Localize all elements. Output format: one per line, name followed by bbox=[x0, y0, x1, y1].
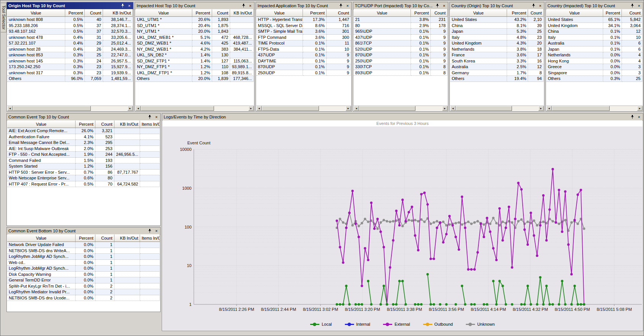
table-row[interactable]: NETBIOS SMB-DS dns Ucode...0.0%2 bbox=[7, 295, 160, 301]
column-header[interactable]: Percent bbox=[603, 9, 622, 17]
column-header[interactable]: KB In/Out bbox=[114, 120, 140, 128]
table-row[interactable]: Hong Kong0.0%4 bbox=[546, 58, 642, 64]
close-icon[interactable]: × bbox=[637, 3, 641, 8]
table-row[interactable]: China8.1%39 bbox=[450, 23, 544, 29]
table-row[interactable]: 437\UDP0.1%9 bbox=[354, 35, 448, 41]
panel-titlebar[interactable]: Country (Origin) Top 10 by Count× bbox=[450, 2, 544, 10]
table-row[interactable]: 965\UDP0.1%9 bbox=[354, 29, 448, 35]
table-row[interactable]: Command Failed1.5%193 bbox=[7, 158, 160, 164]
scrollbar-track[interactable] bbox=[359, 106, 442, 111]
scrollbar-track[interactable] bbox=[13, 106, 127, 111]
column-header[interactable]: Value bbox=[7, 9, 65, 17]
table-row[interactable]: France3.6%17 bbox=[450, 52, 544, 58]
table-row[interactable]: FTP Command3.6%300 bbox=[256, 35, 351, 41]
table-row[interactable]: MSSQL - SQL Server Data...8.6%716 bbox=[256, 23, 351, 29]
panel-titlebar[interactable]: Common Event Top 10 by Count× bbox=[7, 114, 160, 121]
table-row[interactable]: China0.1%12 bbox=[546, 29, 642, 35]
table-row[interactable]: Japan5.3%25 bbox=[450, 29, 544, 35]
table-row[interactable]: Australia2.5%12 bbox=[450, 64, 544, 70]
column-header[interactable]: Value bbox=[354, 9, 411, 17]
table-row[interactable]: Netherlands0.0%4 bbox=[546, 52, 642, 58]
panel-titlebar[interactable]: TCP\UDP Port (Impacted) Top 10 by Co...× bbox=[353, 2, 448, 10]
horizontal-scrollbar[interactable]: ◄► bbox=[7, 106, 133, 111]
column-header[interactable]: Count bbox=[327, 9, 351, 17]
column-header[interactable]: Percent bbox=[65, 9, 85, 17]
column-header[interactable]: Value bbox=[256, 9, 303, 17]
table-row[interactable]: Others19.4%94 bbox=[450, 76, 544, 82]
column-header[interactable]: Count bbox=[622, 9, 642, 17]
table-row[interactable]: Others0.3%25 bbox=[546, 76, 642, 82]
table-row[interactable]: LogRhythm JobMgr AD Synch...0.0%1 bbox=[7, 254, 160, 260]
column-header[interactable]: Value bbox=[7, 234, 76, 242]
table-row[interactable]: South Korea3.3%16 bbox=[450, 58, 544, 64]
table-row[interactable]: SMTP - Simple Mail Transf...3.6%301 bbox=[256, 29, 351, 35]
pin-icon[interactable] bbox=[531, 3, 536, 8]
table-row[interactable]: System Started1.2%156 bbox=[7, 163, 160, 170]
legend-item-external[interactable]: External bbox=[383, 322, 410, 326]
pin-icon[interactable] bbox=[147, 115, 152, 119]
column-header[interactable]: Count bbox=[431, 9, 448, 17]
column-header[interactable]: Value bbox=[7, 120, 76, 128]
table-row[interactable]: 57.32.221.1070.4%2925,012.4... bbox=[7, 40, 133, 46]
table-row[interactable]: United Kingdom34.1%3,064 bbox=[546, 23, 642, 29]
scroll-left-arrow[interactable]: ◄ bbox=[546, 106, 552, 111]
pin-icon[interactable] bbox=[147, 229, 152, 233]
scroll-right-arrow[interactable]: ► bbox=[637, 106, 642, 111]
close-icon[interactable]: × bbox=[154, 229, 159, 233]
column-header[interactable]: Percent bbox=[76, 120, 95, 128]
scrollbar-track[interactable] bbox=[141, 106, 248, 111]
table-row[interactable]: UKL_SN_DB2 *1.4%130 bbox=[135, 52, 254, 58]
table-row[interactable]: Italy4.8%23 bbox=[450, 35, 544, 41]
scrollbar-thumb[interactable] bbox=[13, 106, 91, 111]
table-row[interactable]: DAYTIME0.1%9 bbox=[256, 58, 351, 64]
horizontal-scrollbar[interactable]: ◄► bbox=[135, 106, 254, 111]
table-row[interactable]: Authentication Failure4.1%523 bbox=[7, 134, 160, 140]
close-icon[interactable]: × bbox=[345, 3, 350, 8]
table-row[interactable]: HTTP - Hypertext Transfer...17.3%1,447 bbox=[256, 17, 351, 23]
scroll-left-arrow[interactable]: ◄ bbox=[135, 106, 141, 111]
horizontal-scrollbar[interactable]: ◄► bbox=[546, 106, 642, 111]
table-row[interactable]: unknown host 280.4%2624,469.3... bbox=[7, 46, 133, 53]
table-row[interactable]: NETBIOS SMB-DS dns WriteA...0.0%1 bbox=[7, 248, 160, 254]
table-row[interactable]: General TermDD Error0.0%1 bbox=[7, 277, 160, 283]
table-row[interactable]: Web Netscape Enterprise Serv...0.6%80 bbox=[7, 175, 160, 181]
horizontal-scrollbar[interactable]: ◄► bbox=[450, 106, 544, 111]
table-row[interactable]: HTTP 503 : Server Error - Serv...0.7%868… bbox=[7, 170, 160, 176]
table-row[interactable]: United States43.2%2,10 bbox=[450, 17, 544, 23]
scroll-right-arrow[interactable]: ► bbox=[346, 106, 351, 111]
table-row[interactable]: 802.9%178 bbox=[354, 23, 448, 29]
horizontal-scrollbar[interactable]: ◄► bbox=[354, 106, 448, 111]
table-row[interactable]: unknown host 1450.3%2426,957.5... bbox=[7, 58, 133, 64]
table-row[interactable]: UKL_DMZ_FTP1 *1.2%10889,915.8... bbox=[135, 70, 254, 76]
table-row[interactable]: Disk Capacity Warning0.0%1 bbox=[7, 272, 160, 278]
scrollbar-thumb[interactable] bbox=[141, 106, 214, 111]
column-header[interactable]: KB In/Out bbox=[103, 9, 133, 17]
table-row[interactable]: TIME Protocol0.1%11 bbox=[256, 40, 351, 46]
table-row[interactable]: SD_DMZ_WEB1 *4.6%425419,487... bbox=[135, 40, 254, 46]
column-header[interactable]: Percent bbox=[303, 9, 327, 17]
column-header[interactable]: Percent bbox=[192, 9, 212, 17]
table-row[interactable]: 870\UDP0.1%9 bbox=[354, 52, 448, 58]
table-row[interactable]: United Kingdom4.3%20 bbox=[450, 40, 544, 46]
table-row[interactable]: United States65.1%5,842 bbox=[546, 17, 642, 23]
table-row[interactable]: Singapore0.0%3 bbox=[546, 70, 642, 76]
column-header[interactable]: KB In/Out bbox=[114, 234, 140, 242]
scrollbar-track[interactable] bbox=[456, 106, 538, 111]
table-row[interactable]: HTTP 407 : Request Error - Pr...0.5%7064… bbox=[7, 181, 160, 187]
table-row[interactable]: 330\TCP0.1%8 bbox=[354, 64, 448, 70]
panel-titlebar[interactable]: Origin Host Top 10 by Count× bbox=[7, 2, 133, 10]
scrollbar-thumb[interactable] bbox=[456, 106, 512, 111]
table-row[interactable]: unknown host 8530.3%2522,747.0... bbox=[7, 52, 133, 58]
column-header[interactable]: Percent bbox=[76, 234, 95, 242]
table-row[interactable]: SD_UTM1 *20.4%1,875 bbox=[135, 23, 254, 29]
table-row[interactable]: 93.48.107.1620.5%3732,570.3... bbox=[7, 29, 133, 35]
horizontal-scrollbar[interactable]: ◄► bbox=[256, 106, 351, 111]
table-row[interactable]: 95.233.188.2060.5%3728,374.1... bbox=[7, 23, 133, 29]
pin-icon[interactable] bbox=[435, 3, 440, 8]
legend-item-unknown[interactable]: Unknown bbox=[466, 322, 495, 326]
table-row[interactable]: UKL_UTM1 *20.6%1,893 bbox=[135, 17, 254, 23]
scroll-right-arrow[interactable]: ► bbox=[127, 106, 133, 111]
scroll-left-arrow[interactable]: ◄ bbox=[256, 106, 262, 111]
table-row[interactable]: 250\UDP0.1%9 bbox=[354, 58, 448, 64]
column-header[interactable]: Value bbox=[546, 9, 603, 17]
